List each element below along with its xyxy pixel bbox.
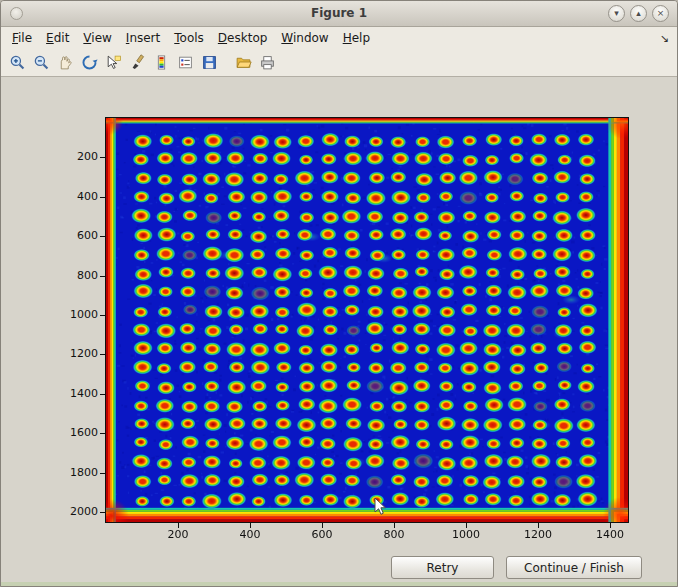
heatmap-image[interactable] — [106, 118, 628, 522]
y-tick-label: 800 — [58, 269, 98, 282]
y-tick-mark — [100, 512, 105, 513]
data-cursor-button[interactable] — [102, 52, 125, 74]
zoom-in-button[interactable] — [6, 52, 29, 74]
legend-button[interactable] — [174, 52, 197, 74]
window-menu-icon[interactable] — [10, 7, 23, 20]
colorbar-icon — [153, 54, 170, 71]
x-tick-mark — [610, 523, 611, 528]
menu-edit[interactable]: Edit — [39, 28, 76, 48]
zoom-out-button[interactable] — [30, 52, 53, 74]
titlebar[interactable]: Figure 1 ▾ ▴ × — [1, 1, 677, 27]
y-tick-mark — [100, 433, 105, 434]
x-tick-mark — [466, 523, 467, 528]
menu-help[interactable]: Help — [336, 28, 377, 48]
window-title: Figure 1 — [311, 6, 367, 20]
y-tick-label: 2000 — [58, 505, 98, 518]
zoom-out-icon — [33, 54, 50, 71]
y-tick-label: 600 — [58, 229, 98, 242]
menubar: File Edit View Insert Tools Desktop Wind… — [1, 27, 677, 49]
data-cursor-icon — [105, 54, 122, 71]
x-tick-label: 1200 — [518, 528, 558, 541]
figure-canvas-area: Retry Continue / Finish 2004006008001000… — [1, 77, 677, 586]
y-tick-mark — [100, 157, 105, 158]
y-tick-mark — [100, 473, 105, 474]
window-controls: ▾ ▴ × — [608, 5, 669, 22]
continue-finish-button[interactable]: Continue / Finish — [506, 556, 642, 579]
menu-window[interactable]: Window — [274, 28, 335, 48]
y-tick-label: 1000 — [58, 308, 98, 321]
print-icon — [259, 54, 276, 71]
colorbar-button[interactable] — [150, 52, 173, 74]
close-button[interactable]: × — [652, 5, 669, 22]
y-tick-label: 200 — [58, 150, 98, 163]
x-tick-label: 600 — [302, 528, 342, 541]
legend-icon — [177, 54, 194, 71]
y-tick-label: 400 — [58, 190, 98, 203]
x-tick-label: 800 — [374, 528, 414, 541]
menu-view[interactable]: View — [76, 28, 118, 48]
x-tick-label: 200 — [158, 528, 198, 541]
menu-file[interactable]: File — [5, 28, 39, 48]
x-tick-mark — [322, 523, 323, 528]
y-tick-label: 1200 — [58, 347, 98, 360]
y-tick-label: 1600 — [58, 426, 98, 439]
x-tick-mark — [394, 523, 395, 528]
open-folder-icon — [235, 54, 252, 71]
menu-tools[interactable]: Tools — [167, 28, 211, 48]
pan-button[interactable] — [54, 52, 77, 74]
y-tick-mark — [100, 276, 105, 277]
dock-figure-icon[interactable]: ↘ — [660, 32, 669, 45]
minimize-button[interactable]: ▾ — [608, 5, 625, 22]
figure-window: Figure 1 ▾ ▴ × File Edit View Insert Too… — [0, 0, 678, 587]
toolbar-separator — [222, 52, 231, 74]
save-button[interactable] — [198, 52, 221, 74]
x-tick-label: 400 — [230, 528, 270, 541]
y-tick-mark — [100, 197, 105, 198]
maximize-button[interactable]: ▴ — [630, 5, 647, 22]
rotate-3d-icon — [81, 54, 98, 71]
brush-button[interactable] — [126, 52, 149, 74]
y-tick-mark — [100, 315, 105, 316]
y-tick-mark — [100, 354, 105, 355]
save-icon — [201, 54, 218, 71]
axes — [105, 117, 629, 523]
y-tick-label: 1800 — [58, 466, 98, 479]
x-tick-label: 1400 — [590, 528, 630, 541]
figure-toolbar — [1, 49, 677, 77]
x-tick-mark — [178, 523, 179, 528]
rotate-3d-button[interactable] — [78, 52, 101, 74]
x-tick-mark — [538, 523, 539, 528]
brush-icon — [129, 54, 146, 71]
y-tick-label: 1400 — [58, 387, 98, 400]
open-button[interactable] — [232, 52, 255, 74]
x-tick-mark — [250, 523, 251, 528]
print-button[interactable] — [256, 52, 279, 74]
menu-insert[interactable]: Insert — [119, 28, 167, 48]
mouse-cursor — [374, 497, 387, 516]
x-tick-label: 1000 — [446, 528, 486, 541]
retry-button[interactable]: Retry — [391, 556, 494, 579]
zoom-in-icon — [9, 54, 26, 71]
menu-desktop[interactable]: Desktop — [211, 28, 275, 48]
y-tick-mark — [100, 236, 105, 237]
y-tick-mark — [100, 394, 105, 395]
pan-hand-icon — [57, 54, 74, 71]
